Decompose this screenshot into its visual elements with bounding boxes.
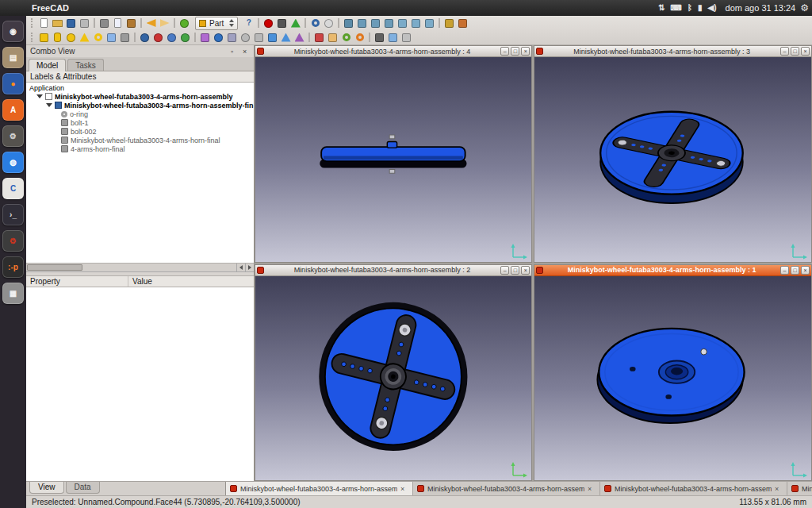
close-button[interactable]: × bbox=[521, 47, 530, 56]
indicator-keyboard-icon[interactable]: ⌨ bbox=[671, 4, 682, 12]
boolean-icon[interactable] bbox=[138, 31, 151, 44]
view-front-icon[interactable] bbox=[355, 17, 369, 29]
tree-horizontal-scrollbar[interactable] bbox=[26, 264, 254, 272]
restore-button[interactable]: □ bbox=[791, 47, 799, 56]
tab-tasks[interactable]: Tasks bbox=[67, 59, 104, 71]
launcher-firefox[interactable]: ● bbox=[2, 73, 24, 94]
launcher-p-app[interactable]: :-p bbox=[2, 256, 24, 278]
view-left-icon[interactable] bbox=[423, 17, 436, 29]
tab-close-icon[interactable]: × bbox=[775, 485, 779, 493]
part-box-icon[interactable] bbox=[37, 31, 51, 44]
measure-distance-icon[interactable] bbox=[442, 17, 456, 29]
part-cone-icon[interactable] bbox=[78, 31, 91, 44]
minimize-button[interactable]: – bbox=[780, 47, 789, 56]
chamfer-icon[interactable] bbox=[252, 31, 266, 44]
indicator-bluetooth-icon[interactable]: ᛒ bbox=[688, 4, 692, 12]
defeaturing-icon[interactable] bbox=[400, 31, 413, 44]
macro-play-icon[interactable] bbox=[289, 17, 302, 29]
copy-icon[interactable] bbox=[111, 17, 124, 29]
tree-item-part[interactable]: Miniskybot-wheel-futaba3003-4-arms-horn-… bbox=[26, 136, 254, 144]
revolve-icon[interactable] bbox=[212, 31, 225, 44]
macro-stop-icon[interactable] bbox=[275, 17, 289, 29]
indicator-sync-icon[interactable]: ⇅ bbox=[658, 4, 665, 12]
fit-all-icon[interactable] bbox=[308, 17, 322, 29]
3d-viewport-back[interactable] bbox=[534, 276, 811, 481]
tab-model[interactable]: Model bbox=[29, 59, 66, 71]
paste-icon[interactable] bbox=[124, 17, 138, 29]
draw-style-icon[interactable] bbox=[322, 17, 335, 29]
save-icon[interactable] bbox=[64, 17, 78, 29]
indicator-volume-icon[interactable]: ◀) bbox=[708, 4, 717, 12]
indicator-battery-icon[interactable]: ▮ bbox=[698, 4, 703, 12]
window-tab[interactable]: Miniskybot-wheel-futaba3003-4-arms-horn-… bbox=[226, 482, 413, 495]
3d-viewport-front[interactable] bbox=[255, 276, 532, 481]
open-document-icon[interactable] bbox=[51, 17, 64, 29]
extrude-icon[interactable] bbox=[198, 31, 212, 44]
check-geometry-icon[interactable] bbox=[386, 31, 400, 44]
tree-item-part[interactable]: 4-arms-horn-final bbox=[26, 144, 254, 153]
view-axonometric-icon[interactable] bbox=[342, 17, 355, 29]
window-tab[interactable]: Miniskybot-wheel-futaba3003-4-arms-horn-… bbox=[413, 482, 600, 495]
float-panel-icon[interactable]: ▫ bbox=[228, 47, 237, 56]
clock[interactable]: dom ago 31 13:24 bbox=[726, 3, 796, 13]
view-right-icon[interactable] bbox=[382, 17, 396, 29]
part-primitives-icon[interactable] bbox=[105, 31, 118, 44]
tree-item-part[interactable]: bolt-1 bbox=[26, 118, 254, 127]
view-top-icon[interactable] bbox=[369, 17, 382, 29]
3d-viewport-side[interactable] bbox=[255, 57, 532, 262]
scroll-right-icon[interactable] bbox=[245, 264, 254, 271]
cross-sections-icon[interactable] bbox=[326, 31, 339, 44]
shape-builder-icon[interactable] bbox=[118, 31, 132, 44]
launcher-app-a[interactable]: A bbox=[2, 99, 24, 121]
thickness-icon[interactable] bbox=[353, 31, 366, 44]
mdi-titlebar[interactable]: Miniskybot-wheel-futaba3003-4-arms-horn-… bbox=[255, 46, 532, 57]
tab-view[interactable]: View bbox=[29, 482, 64, 494]
view-rear-icon[interactable] bbox=[396, 17, 409, 29]
tree-item-part[interactable]: o-ring bbox=[26, 110, 254, 118]
view-bottom-icon[interactable] bbox=[409, 17, 423, 29]
session-menu-icon[interactable]: ⚙ bbox=[800, 2, 809, 13]
minimize-button[interactable]: – bbox=[780, 266, 789, 275]
mdi-titlebar[interactable]: Miniskybot-wheel-futaba3003-4-arms-horn-… bbox=[534, 46, 811, 57]
ruled-surface-icon[interactable] bbox=[266, 31, 279, 44]
tree-item-part[interactable]: bolt-002 bbox=[26, 127, 254, 136]
launcher-browser[interactable]: ◍ bbox=[2, 152, 24, 173]
offset-icon[interactable] bbox=[339, 31, 353, 44]
sweep-icon[interactable] bbox=[293, 31, 306, 44]
measure-clear-icon[interactable] bbox=[456, 17, 469, 29]
loft-icon[interactable] bbox=[279, 31, 293, 44]
launcher-dash[interactable]: ◉ bbox=[2, 21, 24, 42]
whats-this-icon[interactable]: ? bbox=[242, 17, 255, 29]
boolean-cut-icon[interactable] bbox=[151, 31, 165, 44]
window-tab[interactable]: Miniskybot-wheel-futaba3003-4-arms-horn-… bbox=[600, 482, 787, 495]
minimize-button[interactable]: – bbox=[500, 266, 509, 275]
minimize-button[interactable]: – bbox=[500, 47, 509, 56]
compound-icon[interactable] bbox=[373, 31, 386, 44]
tree-item-assembly[interactable]: Miniskybot-wheel-futaba3003-4-arms-horn-… bbox=[26, 101, 254, 110]
toolbar-handle[interactable] bbox=[31, 18, 34, 28]
print-icon[interactable] bbox=[78, 17, 91, 29]
mdi-titlebar-active[interactable]: Miniskybot-wheel-futaba3003-4-arms-horn-… bbox=[534, 265, 811, 276]
tab-close-icon[interactable]: × bbox=[400, 485, 404, 493]
boolean-union-icon[interactable] bbox=[165, 31, 178, 44]
launcher-files[interactable]: ▤ bbox=[2, 47, 24, 68]
part-cylinder-icon[interactable] bbox=[51, 31, 64, 44]
refresh-icon[interactable] bbox=[178, 17, 191, 29]
window-tab[interactable]: Miniskybot-wheel-futaba3003-4-arms-horn-… bbox=[787, 482, 812, 495]
restore-button[interactable]: □ bbox=[511, 266, 519, 275]
close-button[interactable]: × bbox=[801, 266, 810, 275]
redo-icon[interactable] bbox=[158, 17, 171, 29]
launcher-freecad[interactable]: ⚙ bbox=[2, 230, 24, 252]
launcher-terminal[interactable]: ›_ bbox=[2, 204, 24, 225]
expander-icon[interactable] bbox=[36, 94, 43, 98]
part-sphere-icon[interactable] bbox=[64, 31, 78, 44]
close-button[interactable]: × bbox=[521, 266, 530, 275]
tree-item-application[interactable]: Application bbox=[26, 83, 254, 92]
scrollbar-thumb[interactable] bbox=[27, 264, 82, 271]
toolbar-handle[interactable] bbox=[31, 33, 34, 42]
mirror-icon[interactable] bbox=[225, 31, 239, 44]
tab-close-icon[interactable]: × bbox=[588, 485, 592, 493]
close-button[interactable]: × bbox=[801, 47, 810, 56]
part-torus-icon[interactable] bbox=[91, 31, 105, 44]
scroll-left-icon[interactable] bbox=[236, 264, 245, 271]
